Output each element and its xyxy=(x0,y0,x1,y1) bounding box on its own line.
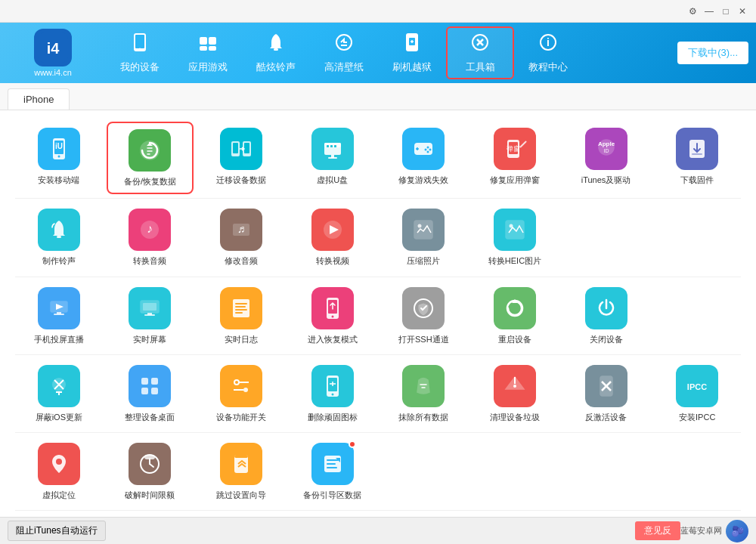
svg-rect-6 xyxy=(209,37,216,45)
svg-point-59 xyxy=(509,224,513,228)
svg-point-38 xyxy=(425,149,427,151)
tool-icon-screen-cast xyxy=(38,287,80,329)
svg-rect-7 xyxy=(200,46,207,51)
tool-icon-fix-popup: 弹窗 xyxy=(494,128,536,170)
tool-label-convert-audio: 转换音频 xyxy=(133,255,166,266)
tool-icon-remove-stubborn xyxy=(311,365,354,407)
header-right: 下载中(3)... xyxy=(677,42,748,64)
svg-text:IPCC: IPCC xyxy=(687,382,707,391)
tool-item-block-ios-update[interactable]: 屏蔽iOS更新 xyxy=(15,359,103,428)
tool-icon-download-firmware xyxy=(676,128,718,170)
svg-rect-83 xyxy=(151,388,158,394)
tool-label-compress-photo: 压缩照片 xyxy=(407,255,440,266)
tool-label-screen-cast: 手机投屏直播 xyxy=(34,334,84,345)
itunes-auto-run-button[interactable]: 阻止iTunes自动运行 xyxy=(8,521,106,541)
feedback-button[interactable]: 意见反 xyxy=(635,521,680,540)
tool-label-convert-heic: 转换HEIC图片 xyxy=(488,255,541,266)
tool-item-virtual-location[interactable]: 虚拟定位 xyxy=(15,437,103,506)
tool-item-recovery-mode[interactable]: 进入恢复模式 xyxy=(289,281,376,351)
close-btn[interactable]: ✕ xyxy=(735,4,750,19)
toolbox-icon xyxy=(469,32,491,58)
tool-item-backup-restore[interactable]: 备份/恢复数据 xyxy=(107,122,194,194)
tool-label-backup-restore: 备份/恢复数据 xyxy=(124,176,176,187)
nav-item-app-games[interactable]: 应用游戏 xyxy=(174,26,242,79)
tool-item-deactivate[interactable]: 反激活设备 xyxy=(562,359,650,428)
tool-item-fix-game[interactable]: 修复游戏失效 xyxy=(380,122,468,194)
tool-item-screen-cast[interactable]: 手机投屏直播 xyxy=(15,281,103,351)
tool-item-migrate-data[interactable]: 迁移设备数据 xyxy=(197,122,285,194)
tool-item-backup-guide[interactable]: 备份引导区数据 xyxy=(289,437,376,506)
tool-icon-skip-setup xyxy=(220,443,262,485)
tool-item-convert-video[interactable]: 转换视频 xyxy=(289,202,376,272)
tool-label-clean-junk: 清理设备垃圾 xyxy=(490,412,540,422)
tool-item-device-toggle[interactable]: 设备功能开关 xyxy=(197,359,285,428)
tool-label-realtime-log: 实时日志 xyxy=(225,334,258,345)
tool-icon-block-ios-update xyxy=(38,365,80,407)
svg-rect-68 xyxy=(233,299,249,317)
bottombar: 阻止iTunes自动运行 意见反 蓝莓安卓网 🫐 xyxy=(0,517,756,544)
logo-url: www.i4.cn xyxy=(34,68,72,77)
tool-item-download-firmware[interactable]: 下载固件 xyxy=(653,122,741,194)
svg-point-19 xyxy=(57,156,60,158)
titlebar: ⚙ — □ ✕ xyxy=(0,0,756,23)
tool-item-make-ringtone[interactable]: 制作铃声 xyxy=(15,202,103,272)
tool-icon-clean-junk xyxy=(494,365,536,407)
tool-label-reboot-device: 重启设备 xyxy=(498,334,531,345)
svg-point-4 xyxy=(139,48,141,51)
svg-rect-81 xyxy=(151,378,158,385)
svg-rect-29 xyxy=(330,145,333,147)
tool-item-realtime-log[interactable]: 实时日志 xyxy=(197,281,285,351)
svg-point-36 xyxy=(427,147,429,149)
tool-item-virtual-udisk[interactable]: 虚拟U盘 xyxy=(289,122,376,194)
tool-item-wipe-data[interactable]: 抹除所有数据 xyxy=(380,359,468,428)
tool-item-convert-audio[interactable]: ♪转换音频 xyxy=(107,202,194,272)
tool-item-fix-popup[interactable]: 弹窗修复应用弹窗 xyxy=(471,122,559,194)
tool-item-clean-junk[interactable]: 清理设备垃圾 xyxy=(471,359,559,428)
svg-rect-72 xyxy=(235,312,243,314)
tool-item-itunes-driver[interactable]: AppleIDiTunes及驱动 xyxy=(562,122,650,194)
tool-item-ssh-tunnel[interactable]: 打开SSH通道 xyxy=(380,281,468,351)
tool-item-organize-desktop[interactable]: 整理设备桌面 xyxy=(107,359,194,428)
nav-item-ringtones[interactable]: 酷炫铃声 xyxy=(242,26,310,79)
svg-rect-70 xyxy=(235,306,246,308)
maximize-btn[interactable]: □ xyxy=(718,4,733,19)
tool-item-skip-setup[interactable]: 跳过设置向导 xyxy=(197,437,285,506)
logo[interactable]: i4 www.i4.cn xyxy=(8,29,98,77)
tool-item-edit-audio[interactable]: ♬修改音频 xyxy=(197,202,285,272)
my-device-icon xyxy=(129,32,150,58)
tool-label-download-firmware: 下载固件 xyxy=(680,175,714,185)
tool-label-ssh-tunnel: 打开SSH通道 xyxy=(398,334,449,345)
download-button[interactable]: 下载中(3)... xyxy=(677,42,748,64)
nav-item-my-device[interactable]: 我的设备 xyxy=(106,26,174,79)
svg-point-93 xyxy=(513,385,516,388)
minimize-btn[interactable]: — xyxy=(702,4,717,19)
tool-item-remove-stubborn[interactable]: 删除顽固图标 xyxy=(289,359,376,428)
nav-label-tutorials: 教程中心 xyxy=(528,60,568,74)
tool-icon-make-ringtone xyxy=(38,209,80,251)
tool-item-realtime-screen[interactable]: 实时屏幕 xyxy=(107,281,194,351)
tab-iphone[interactable]: iPhone xyxy=(8,88,70,110)
tool-icon-realtime-log xyxy=(220,287,262,329)
svg-rect-9 xyxy=(274,48,278,51)
nav-item-wallpapers[interactable]: 高清壁纸 xyxy=(310,26,378,79)
settings-icon[interactable]: ⚙ xyxy=(685,4,700,19)
tool-label-break-timelimit: 破解时间限额 xyxy=(125,490,175,500)
nav-item-tutorials[interactable]: i 教程中心 xyxy=(514,26,582,79)
svg-text:♪: ♪ xyxy=(147,222,153,235)
tool-item-install-app[interactable]: iU安装移动端 xyxy=(15,122,103,194)
tool-item-break-timelimit[interactable]: 破解时间限额 xyxy=(107,437,194,506)
svg-point-86 xyxy=(243,388,248,392)
tool-item-shutdown-device[interactable]: 关闭设备 xyxy=(562,281,650,351)
nav-item-jailbreak[interactable]: 刷机越狱 xyxy=(378,26,446,79)
svg-point-57 xyxy=(418,224,422,228)
tool-item-compress-photo[interactable]: 压缩照片 xyxy=(380,202,468,272)
notification-badge xyxy=(349,440,356,448)
tool-label-fix-game: 修复游戏失效 xyxy=(398,175,448,185)
nav-label-app-games: 应用游戏 xyxy=(188,60,228,74)
nav-item-toolbox[interactable]: 工具箱 xyxy=(446,26,514,79)
tool-icon-recovery-mode xyxy=(311,287,354,329)
tool-item-convert-heic[interactable]: 转换HEIC图片 xyxy=(471,202,559,272)
tool-icon-fix-game xyxy=(402,128,445,170)
tool-item-reboot-device[interactable]: 重启设备 xyxy=(471,281,559,351)
tool-item-install-ipcc[interactable]: IPCC安装IPCC xyxy=(653,359,741,428)
